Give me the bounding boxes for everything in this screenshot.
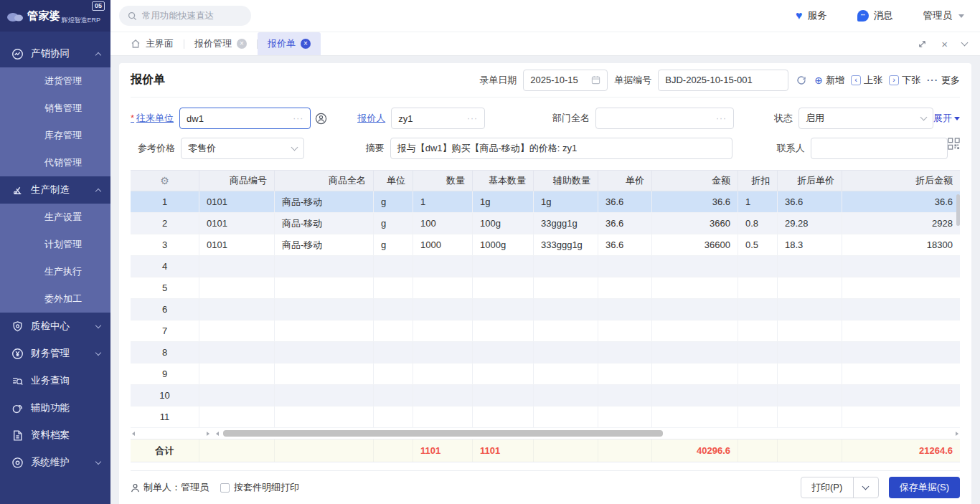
table-cell[interactable]: 6 xyxy=(131,299,199,320)
quoter-label[interactable]: 报价人 xyxy=(357,112,385,125)
sidebar-item[interactable]: 业务查询 xyxy=(0,367,110,394)
table-cell[interactable]: 1 xyxy=(131,191,199,212)
sidebar-item[interactable]: 资料档案 xyxy=(0,422,110,449)
table-cell[interactable] xyxy=(374,320,413,341)
table-cell[interactable] xyxy=(842,363,960,384)
table-cell[interactable] xyxy=(738,406,778,427)
table-row[interactable]: 10 xyxy=(131,385,960,406)
table-cell[interactable] xyxy=(374,363,413,384)
table-cell[interactable] xyxy=(652,406,738,427)
more-button[interactable]: 更多 xyxy=(927,74,960,87)
column-header[interactable] xyxy=(131,171,199,191)
sidebar-item[interactable]: 生产制造 xyxy=(0,176,110,204)
table-cell[interactable] xyxy=(842,385,960,406)
table-cell[interactable] xyxy=(413,406,473,427)
table-cell[interactable]: 100 xyxy=(413,213,473,234)
table-cell[interactable] xyxy=(842,299,960,320)
table-cell[interactable]: 1000 xyxy=(413,234,473,255)
table-cell[interactable]: 333ggg1g xyxy=(534,234,598,255)
table-cell[interactable]: 0101 xyxy=(199,191,275,212)
partner-input[interactable]: dw1 xyxy=(179,108,311,129)
tab-home[interactable]: 主界面 xyxy=(121,32,184,55)
column-header[interactable]: 折后单价 xyxy=(778,171,842,191)
next-doc-button[interactable]: 下张 xyxy=(889,74,920,87)
table-cell[interactable]: 1 xyxy=(413,191,473,212)
expand-link[interactable]: 展开 xyxy=(933,112,960,125)
table-cell[interactable] xyxy=(778,363,842,384)
table-cell[interactable] xyxy=(413,342,473,363)
table-cell[interactable]: 29.28 xyxy=(778,213,842,234)
table-cell[interactable]: g xyxy=(374,213,413,234)
table-cell[interactable] xyxy=(534,277,598,298)
table-cell[interactable] xyxy=(199,320,275,341)
table-cell[interactable]: 0.5 xyxy=(738,234,778,255)
sidebar-subitem[interactable]: 进货管理 xyxy=(0,67,110,95)
table-cell[interactable] xyxy=(199,256,275,277)
table-cell[interactable] xyxy=(652,363,738,384)
fullscreen-icon[interactable] xyxy=(918,39,927,49)
table-cell[interactable] xyxy=(199,342,275,363)
table-cell[interactable]: 36.6 xyxy=(778,191,842,212)
tab-close-icon[interactable] xyxy=(301,39,311,49)
table-cell[interactable] xyxy=(413,256,473,277)
table-cell[interactable] xyxy=(275,342,374,363)
table-cell[interactable]: 3 xyxy=(131,234,199,255)
table-cell[interactable] xyxy=(652,299,738,320)
scroll-left-arrow-icon[interactable] xyxy=(216,432,219,436)
table-cell[interactable]: g xyxy=(374,234,413,255)
table-row[interactable]: 11 xyxy=(131,406,960,428)
sidebar-subitem[interactable]: 计划管理 xyxy=(0,231,110,258)
dept-input[interactable] xyxy=(595,108,734,129)
table-cell[interactable]: 4 xyxy=(131,256,199,277)
table-cell[interactable] xyxy=(413,320,473,341)
table-cell[interactable]: 1g xyxy=(473,191,534,212)
sidebar-item[interactable]: 质检中心 xyxy=(0,313,110,340)
table-cell[interactable] xyxy=(275,320,374,341)
table-cell[interactable] xyxy=(534,385,598,406)
table-cell[interactable]: 100g xyxy=(473,213,534,234)
scroll-right-arrow-icon[interactable] xyxy=(207,432,209,436)
column-header[interactable]: 折扣 xyxy=(738,171,778,191)
table-cell[interactable] xyxy=(842,342,960,363)
table-row[interactable]: 4 xyxy=(131,256,960,277)
sidebar-item[interactable]: 产销协同 xyxy=(0,40,110,67)
table-cell[interactable]: 10 xyxy=(131,385,199,406)
main-horizontal-scrollbar[interactable] xyxy=(215,430,960,437)
service-button[interactable]: 服务 xyxy=(796,9,827,22)
date-input[interactable]: 2025-10-15 xyxy=(523,70,608,91)
table-cell[interactable] xyxy=(598,406,652,427)
table-cell[interactable] xyxy=(738,320,778,341)
table-cell[interactable] xyxy=(473,277,534,298)
print-button[interactable]: 打印(P) xyxy=(801,477,854,498)
table-cell[interactable] xyxy=(199,406,275,427)
table-cell[interactable] xyxy=(199,277,275,298)
column-header[interactable]: 商品编号 xyxy=(199,171,275,191)
table-cell[interactable]: 1000g xyxy=(473,234,534,255)
user-menu[interactable]: 管理员 xyxy=(923,9,965,22)
summary-input[interactable]: 报与【dw1】购买【商品-移动】的价格: zy1 xyxy=(390,138,732,159)
table-cell[interactable] xyxy=(778,277,842,298)
table-cell[interactable] xyxy=(738,299,778,320)
table-cell[interactable] xyxy=(534,363,598,384)
table-cell[interactable] xyxy=(778,385,842,406)
table-cell[interactable] xyxy=(842,320,960,341)
table-cell[interactable] xyxy=(473,299,534,320)
table-row[interactable]: 5 xyxy=(131,277,960,299)
table-cell[interactable] xyxy=(652,277,738,298)
table-cell[interactable] xyxy=(413,385,473,406)
table-cell[interactable]: g xyxy=(374,191,413,212)
scrollbar-thumb[interactable] xyxy=(223,430,663,437)
table-cell[interactable] xyxy=(598,342,652,363)
search-input[interactable]: 常用功能快速直达 xyxy=(119,6,251,26)
close-icon[interactable] xyxy=(941,39,948,49)
qr-code-icon[interactable] xyxy=(948,138,960,150)
table-cell[interactable] xyxy=(598,385,652,406)
table-cell[interactable]: 2 xyxy=(131,213,199,234)
picker-ellipsis-icon[interactable] xyxy=(467,113,478,123)
prev-doc-button[interactable]: 上张 xyxy=(851,74,882,87)
table-cell[interactable] xyxy=(275,406,374,427)
column-header[interactable]: 辅助数量 xyxy=(534,171,598,191)
table-cell[interactable]: 7 xyxy=(131,320,199,341)
refresh-icon[interactable] xyxy=(796,75,806,85)
column-header[interactable]: 金额 xyxy=(652,171,738,191)
